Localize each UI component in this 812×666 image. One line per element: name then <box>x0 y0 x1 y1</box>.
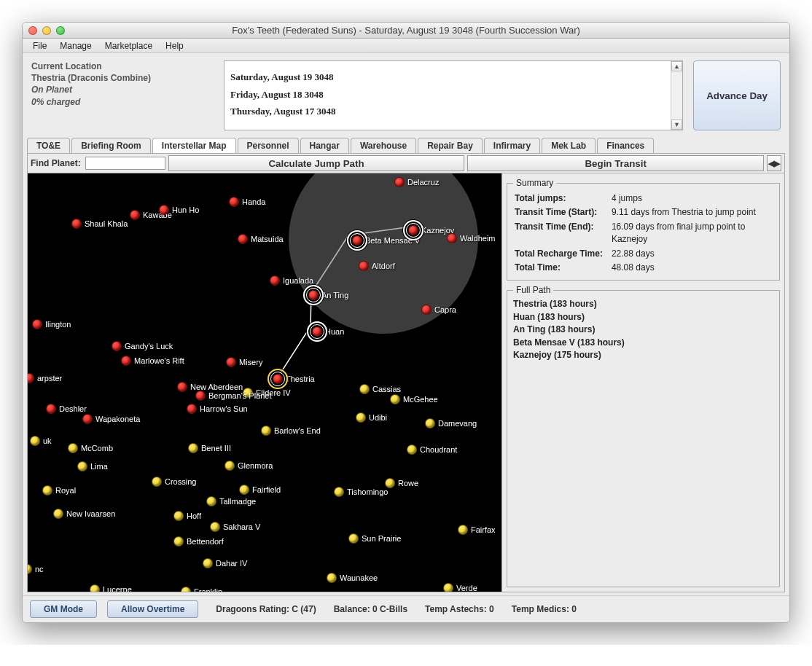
planet-verde[interactable]: Verde <box>443 583 477 592</box>
star-map[interactable]: DelacruzShaul KhalaHandaKawabeHun HoMats… <box>28 173 501 592</box>
titlebar[interactable]: Fox's Teeth (Federated Suns) - Saturday,… <box>23 23 789 39</box>
daylog-entry: Thursday, August 17 3048 <box>230 106 676 117</box>
planet-bergman-s-planet[interactable]: Bergman's Planet <box>195 391 271 401</box>
summary-row: Total Recharge Time:22.88 days <box>515 248 772 260</box>
planet-glenmora[interactable]: Glenmora <box>225 461 273 471</box>
planet-sun-prairie[interactable]: Sun Prairie <box>348 533 401 544</box>
planet-benet-iii[interactable]: Benet III <box>188 443 231 453</box>
planet-lima[interactable]: Lima <box>77 461 108 471</box>
planet-icon <box>225 461 235 471</box>
scroll-up-icon[interactable]: ▲ <box>671 61 682 71</box>
waypoint-ring <box>350 233 364 248</box>
scroll-down-icon[interactable]: ▼ <box>671 120 682 130</box>
scrollbar[interactable]: ▲ ▼ <box>671 61 682 130</box>
status-bar: GM Mode Allow Overtime Dragoons Rating: … <box>23 595 789 622</box>
planet-harrow-s-sun[interactable]: Harrow's Sun <box>187 404 248 414</box>
current-location-label: Current Location <box>31 60 214 72</box>
tab-to-e[interactable]: TO&E <box>27 138 70 153</box>
planet-icon <box>112 341 122 351</box>
planet-label: Dahar IV <box>216 559 247 568</box>
tab-hangar[interactable]: Hangar <box>300 138 349 153</box>
planet-delacruz[interactable]: Delacruz <box>394 177 439 187</box>
planet-label: Choudrant <box>420 445 457 454</box>
planet-gandy-s-luck[interactable]: Gandy's Luck <box>112 341 173 351</box>
tab-finances[interactable]: Finances <box>597 138 654 153</box>
planet-hoff[interactable]: Hoff <box>173 511 201 521</box>
planet-dahar-iv[interactable]: Dahar IV <box>203 558 247 568</box>
planet-icon <box>188 443 198 453</box>
zoom-icon[interactable] <box>56 26 65 35</box>
planet-tishomingo[interactable]: Tishomingo <box>334 487 388 497</box>
planet-icon <box>348 533 359 544</box>
planet-royal[interactable]: Royal <box>42 485 76 495</box>
planet-igualada[interactable]: Igualada <box>270 275 313 286</box>
planet-icon <box>447 233 457 243</box>
allow-overtime-button[interactable]: Allow Overtime <box>107 600 198 618</box>
day-log[interactable]: Saturday, August 19 3048 Friday, August … <box>224 60 683 130</box>
planet-uk[interactable]: uk <box>30 436 52 446</box>
planet-icon <box>181 587 191 592</box>
daylog-entry: Saturday, August 19 3048 <box>230 71 676 83</box>
begin-transit-button[interactable]: Begin Transit <box>467 155 764 171</box>
planet-fairfax[interactable]: Fairfax <box>458 525 496 535</box>
planet-sakhara-v[interactable]: Sakhara V <box>210 522 260 532</box>
planet-ilington[interactable]: Ilington <box>32 319 71 329</box>
planet-label: Tallmadge <box>219 497 256 506</box>
summary-panel: Summary Total jumps:4 jumpsTransit Time … <box>507 178 780 281</box>
planet-fairfield[interactable]: Fairfield <box>239 485 281 495</box>
planet-capra[interactable]: Capra <box>421 305 456 315</box>
planet-deshler[interactable]: Deshler <box>46 404 87 414</box>
menu-marketplace[interactable]: Marketplace <box>99 39 158 52</box>
planet-crossing[interactable]: Crossing <box>152 477 196 487</box>
planet-wapakoneta[interactable]: Wapakoneta <box>82 414 140 424</box>
planet-mcgehee[interactable]: McGehee <box>390 394 438 404</box>
tab-repair-bay[interactable]: Repair Bay <box>418 138 483 153</box>
planet-label: Waunakee <box>340 573 378 582</box>
tab-infirmary[interactable]: Infirmary <box>484 138 540 153</box>
tab-interstellar-map[interactable]: Interstellar Map <box>152 138 236 153</box>
planet-arpster[interactable]: arpster <box>28 373 62 383</box>
tab-warehouse[interactable]: Warehouse <box>351 138 416 153</box>
advance-day-button[interactable]: Advance Day <box>693 60 781 130</box>
menu-help[interactable]: Help <box>160 39 190 52</box>
planet-label: Matsuida <box>251 235 284 243</box>
planet-tallmadge[interactable]: Tallmadge <box>206 496 256 506</box>
planet-lucerne[interactable]: Lucerne <box>90 584 132 592</box>
menu-file[interactable]: File <box>27 39 52 52</box>
planet-misery[interactable]: Misery <box>226 357 262 367</box>
planet-label: An Ting <box>321 291 348 299</box>
planet-hun-ho[interactable]: Hun Ho <box>159 205 199 215</box>
calculate-jump-path-button[interactable]: Calculate Jump Path <box>168 155 465 171</box>
path-item: Huan (183 hours) <box>513 311 773 324</box>
planet-mccomb[interactable]: McComb <box>68 443 113 453</box>
menu-manage[interactable]: Manage <box>54 39 97 52</box>
planet-rowe[interactable]: Rowe <box>385 478 418 488</box>
planet-waldheim[interactable]: Waldheim <box>447 233 496 243</box>
tab-mek-lab[interactable]: Mek Lab <box>542 138 596 153</box>
planet-nc[interactable]: nc <box>28 564 44 574</box>
planet-altdorf[interactable]: Altdorf <box>359 261 395 271</box>
summary-row: Transit Time (Start):9.11 days from Thes… <box>515 206 772 219</box>
planet-new-ivaarsen[interactable]: New Ivaarsen <box>53 509 115 519</box>
status-dragoons: Dragoons Rating: C (47) <box>216 604 316 614</box>
planet-franklin[interactable]: Franklin <box>181 587 222 592</box>
planet-cassias[interactable]: Cassias <box>359 384 401 394</box>
find-planet-input[interactable] <box>85 157 165 170</box>
planet-shaul-khala[interactable]: Shaul Khala <box>71 219 128 229</box>
planet-damevang[interactable]: Damevang <box>425 418 477 428</box>
planet-bettendorf[interactable]: Bettendorf <box>173 536 224 546</box>
planet-handa[interactable]: Handa <box>229 197 265 207</box>
tab-personnel[interactable]: Personnel <box>238 138 299 153</box>
planet-udibi[interactable]: Udibi <box>356 412 387 423</box>
close-icon[interactable] <box>28 26 37 35</box>
planet-marlowe-s-rift[interactable]: Marlowe's Rift <box>121 356 184 366</box>
planet-choudrant[interactable]: Choudrant <box>407 444 457 455</box>
map-collapse-button[interactable]: ◀▶ <box>767 155 781 171</box>
tab-briefing-room[interactable]: Briefing Room <box>71 138 151 153</box>
planet-waunakee[interactable]: Waunakee <box>327 573 378 583</box>
planet-barlow-s-end[interactable]: Barlow's End <box>261 426 321 436</box>
planet-label: Delacruz <box>407 178 439 187</box>
minimize-icon[interactable] <box>42 26 51 35</box>
gm-mode-button[interactable]: GM Mode <box>30 600 97 618</box>
planet-matsuida[interactable]: Matsuida <box>238 234 284 244</box>
